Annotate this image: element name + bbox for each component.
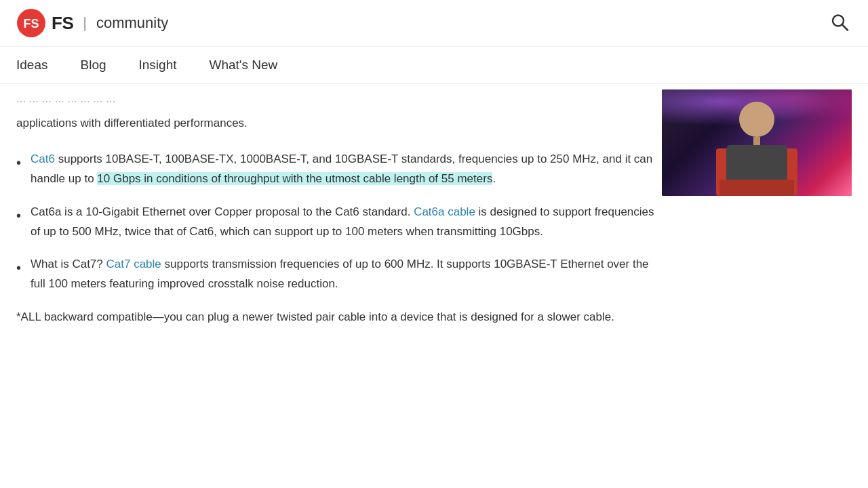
cat6-period: . bbox=[492, 172, 496, 185]
nav-item-blog[interactable]: Blog bbox=[80, 47, 106, 83]
bullet-text-cat6a: Cat6a is a 10-Gigabit Ethernet over Copp… bbox=[31, 203, 662, 242]
svg-line-3 bbox=[842, 25, 848, 30]
video-thumbnail[interactable] bbox=[662, 89, 852, 196]
logo-area[interactable]: FS FS | community bbox=[16, 8, 168, 38]
header: FS FS | community bbox=[0, 0, 868, 47]
nav-item-insight[interactable]: Insight bbox=[139, 47, 177, 83]
bullet-list: • Cat6 supports 10BASE-T, 100BASE-TX, 10… bbox=[16, 150, 662, 294]
nav-item-ideas[interactable]: Ideas bbox=[16, 47, 47, 83]
bullet-text-cat6: Cat6 supports 10BASE-T, 100BASE-TX, 1000… bbox=[31, 150, 662, 189]
main-content: ... ... ... ... ... ... ... ... applicat… bbox=[0, 84, 868, 327]
cat7-link[interactable]: Cat7 cable bbox=[106, 258, 161, 270]
logo-fs-text: FS bbox=[52, 13, 73, 34]
svg-text:FS: FS bbox=[23, 17, 39, 30]
logo-divider: | bbox=[83, 14, 87, 32]
bullet-text-cat7: What is Cat7? Cat7 cable supports transm… bbox=[31, 255, 662, 294]
footer-note: *ALL backward compatible—you can plug a … bbox=[16, 308, 662, 327]
video-inner bbox=[662, 89, 852, 196]
bullet-dot-1: • bbox=[16, 151, 21, 174]
cat6a-link[interactable]: Cat6a cable bbox=[414, 205, 475, 218]
bullet-item-cat7: • What is Cat7? Cat7 cable supports tran… bbox=[16, 255, 662, 294]
fs-logo-icon: FS bbox=[16, 8, 46, 38]
nav-bar: Ideas Blog Insight What's New bbox=[0, 47, 868, 84]
bullet-dot-3: • bbox=[16, 256, 21, 279]
search-button[interactable] bbox=[827, 10, 852, 37]
bullet-item-cat6: • Cat6 supports 10BASE-T, 100BASE-TX, 10… bbox=[16, 150, 662, 189]
cat6a-text-pre: Cat6a is a 10-Gigabit Ethernet over Copp… bbox=[31, 205, 414, 218]
nav-item-whats-new[interactable]: What's New bbox=[210, 47, 278, 83]
cat7-text-pre: What is Cat7? bbox=[31, 258, 106, 270]
intro-text: applications with differentiated perform… bbox=[16, 114, 662, 134]
intro-partial: ... ... ... ... ... ... ... ... bbox=[16, 92, 115, 105]
bullet-dot-2: • bbox=[16, 204, 21, 227]
search-icon bbox=[830, 13, 849, 32]
cat6-link[interactable]: Cat6 bbox=[31, 152, 55, 165]
logo-community-text: community bbox=[96, 14, 168, 32]
cat6-highlight: 10 Gbps in conditions of throughput with… bbox=[97, 172, 492, 185]
bullet-item-cat6a: • Cat6a is a 10-Gigabit Ethernet over Co… bbox=[16, 203, 662, 242]
